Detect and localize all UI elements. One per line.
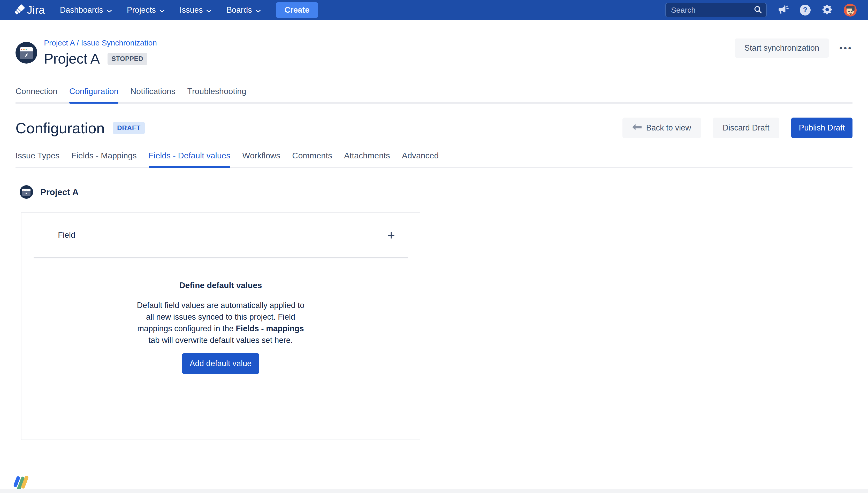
help-glyph: ? — [803, 6, 807, 14]
add-default-value-button[interactable]: Add default value — [182, 353, 259, 374]
subtab-fields-mappings[interactable]: Fields - Mappings — [71, 151, 137, 167]
field-column-header: Field — [58, 231, 75, 240]
search-box[interactable] — [665, 3, 767, 17]
nav-item-dashboards[interactable]: Dashboards — [60, 5, 112, 15]
chevron-down-icon — [160, 5, 165, 15]
cursor-icon — [24, 52, 29, 58]
page-header-left: Project A / Issue Synchronization Projec… — [16, 39, 157, 67]
page: Jira Dashboards Projects Issues — [0, 0, 868, 493]
add-field-button[interactable]: + — [387, 229, 395, 242]
empty-state-title: Define default values — [21, 281, 420, 290]
avatar-eye — [848, 10, 850, 12]
empty-state-description: Default field values are automatically a… — [133, 299, 309, 346]
page-header-actions: Start synchronization ••• — [735, 39, 852, 58]
browser-window-icon — [20, 47, 33, 59]
settings-button[interactable] — [822, 4, 833, 16]
card-header: Field + — [21, 213, 420, 257]
avatar-eye — [851, 10, 852, 12]
start-synchronization-button[interactable]: Start synchronization — [735, 39, 829, 58]
jira-brand[interactable]: Jira — [13, 4, 45, 16]
subtab-advanced[interactable]: Advanced — [402, 151, 439, 167]
subtab-attachments[interactable]: Attachments — [344, 151, 390, 167]
announcements-button[interactable] — [778, 4, 789, 16]
tab-troubleshooting[interactable]: Troubleshooting — [187, 87, 246, 102]
gear-icon — [822, 4, 833, 16]
nav-item-boards[interactable]: Boards — [227, 5, 260, 15]
configuration-title: Configuration — [16, 120, 105, 137]
project-section: Project A — [20, 185, 852, 199]
discard-draft-button[interactable]: Discard Draft — [713, 117, 779, 138]
avatar-mouth — [849, 13, 852, 15]
project-section-title: Project A — [40, 187, 79, 197]
nav-menu: Dashboards Projects Issues Boards — [60, 2, 318, 18]
arrow-left-icon — [632, 123, 641, 132]
nav-item-label: Dashboards — [60, 5, 103, 15]
main-content: Project A / Issue Synchronization Projec… — [0, 39, 868, 440]
chevron-down-icon — [256, 5, 261, 15]
configuration-header: Configuration DRAFT Back to view Discard… — [16, 117, 852, 138]
description-bold-text: Fields - mappings — [236, 324, 304, 333]
tab-configuration[interactable]: Configuration — [69, 87, 119, 102]
nav-item-label: Boards — [227, 5, 252, 15]
jira-brand-label: Jira — [27, 4, 45, 16]
nav-item-label: Projects — [127, 5, 156, 15]
user-avatar[interactable] — [844, 4, 856, 17]
nav-right: ? — [665, 3, 856, 17]
help-icon: ? — [800, 5, 811, 16]
help-button[interactable]: ? — [800, 5, 811, 16]
main-tabs: Connection Configuration Notifications T… — [16, 87, 852, 104]
empty-state: Define default values Default field valu… — [21, 257, 420, 374]
project-avatar-small — [20, 185, 33, 199]
chevron-down-icon — [107, 5, 112, 15]
search-input[interactable] — [671, 6, 753, 15]
config-subtabs: Issue Types Fields - Mappings Fields - D… — [16, 151, 852, 168]
tab-notifications[interactable]: Notifications — [130, 87, 175, 102]
publish-draft-button[interactable]: Publish Draft — [791, 117, 852, 138]
more-button[interactable]: ••• — [839, 43, 852, 53]
chevron-down-icon — [206, 5, 211, 15]
jira-logo-icon — [13, 4, 25, 16]
nav-item-issues[interactable]: Issues — [179, 5, 212, 15]
search-icon — [753, 5, 763, 15]
configuration-title-group: Configuration DRAFT — [16, 120, 145, 137]
breadcrumb[interactable]: Project A / Issue Synchronization — [44, 39, 157, 47]
status-badge: STOPPED — [108, 53, 148, 65]
megaphone-icon — [778, 4, 789, 16]
avatar-hair — [846, 6, 854, 8]
create-button[interactable]: Create — [276, 2, 318, 18]
top-nav: Jira Dashboards Projects Issues — [0, 0, 868, 20]
divider — [34, 257, 408, 258]
subtab-comments[interactable]: Comments — [292, 151, 332, 167]
bottom-strip — [0, 489, 868, 493]
browser-window-icon — [22, 189, 30, 196]
subtab-fields-default-values[interactable]: Fields - Default values — [149, 151, 231, 167]
project-avatar — [16, 42, 37, 64]
page-header: Project A / Issue Synchronization Projec… — [16, 39, 852, 67]
cursor-icon — [25, 192, 28, 195]
configuration-actions: Back to view Discard Draft Publish Draft — [622, 117, 852, 138]
description-text: tab will overwrite default values set he… — [148, 336, 293, 345]
tab-connection[interactable]: Connection — [16, 87, 57, 102]
subtab-workflows[interactable]: Workflows — [242, 151, 280, 167]
nav-item-projects[interactable]: Projects — [127, 5, 165, 15]
back-to-view-label: Back to view — [646, 123, 691, 132]
back-to-view-button[interactable]: Back to view — [622, 117, 701, 138]
draft-badge: DRAFT — [113, 122, 145, 134]
default-values-card: Field + Define default values Default fi… — [21, 212, 420, 440]
nav-item-label: Issues — [179, 5, 203, 15]
title-row: Project A STOPPED — [44, 50, 157, 67]
getint-footer-logo — [14, 474, 34, 491]
page-title: Project A — [44, 50, 100, 67]
page-header-text: Project A / Issue Synchronization Projec… — [44, 39, 157, 67]
subtab-issue-types[interactable]: Issue Types — [16, 151, 60, 167]
